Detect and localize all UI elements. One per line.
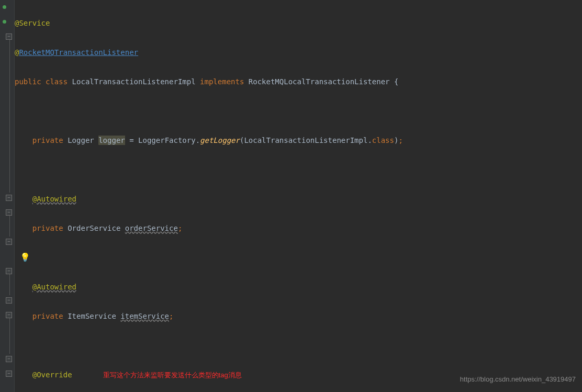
gutter-marker — [3, 5, 6, 9]
inline-comment: 重写这个方法来监听要发送什么类型的tag消息 — [103, 371, 242, 379]
code-text: ItemService — [68, 312, 116, 320]
code-text: LocalTransactionListenerImpl. — [244, 136, 372, 144]
code-text: implements — [200, 77, 244, 86]
code-text: public — [15, 77, 41, 86]
fold-toggle-icon[interactable] — [6, 356, 12, 362]
code-text: ; — [169, 312, 173, 320]
code-text: OrderService — [68, 224, 120, 232]
fold-toggle-icon[interactable] — [6, 371, 12, 377]
code-text: LoggerFactory. — [138, 136, 200, 144]
code-text: { — [394, 77, 398, 86]
code-text: getLogger — [200, 136, 240, 144]
code-text: Logger — [68, 136, 94, 144]
gutter-marker — [3, 20, 6, 24]
fold-toggle-icon[interactable] — [6, 268, 12, 274]
annotation-link[interactable]: RocketMQTransactionListener — [19, 48, 138, 57]
fold-toggle-icon[interactable] — [6, 33, 12, 40]
fold-toggle-icon[interactable] — [6, 297, 12, 304]
watermark-text: https://blog.csdn.net/weixin_43919497 — [460, 372, 576, 387]
code-text: class — [46, 77, 68, 86]
code-text: = — [125, 136, 138, 144]
fold-toggle-icon[interactable] — [6, 209, 12, 216]
code-text: ; — [178, 224, 182, 232]
code-text: orderService — [125, 224, 178, 232]
code-text: ; — [398, 136, 402, 144]
code-text: private — [32, 136, 63, 144]
code-text: @Autowired — [32, 195, 76, 203]
code-text: RocketMQLocalTransactionListener — [249, 77, 390, 86]
code-text: @Override — [32, 371, 72, 379]
code-text: @Autowired — [32, 283, 76, 291]
fold-toggle-icon[interactable] — [6, 195, 12, 201]
code-text: private — [32, 224, 63, 232]
code-text: private — [32, 312, 63, 320]
fold-toggle-icon[interactable] — [6, 239, 12, 245]
code-text: @Service — [15, 19, 50, 27]
code-text: LocalTransactionListenerImpl — [72, 77, 196, 86]
highlighted-identifier: logger — [98, 136, 125, 145]
editor-gutter: 💡 — [0, 0, 15, 392]
code-text: itemService — [120, 312, 169, 320]
fold-toggle-icon[interactable] — [6, 312, 12, 318]
code-text: class — [372, 136, 394, 144]
code-editor[interactable]: @Service @RocketMQTransactionListener pu… — [15, 0, 582, 392]
